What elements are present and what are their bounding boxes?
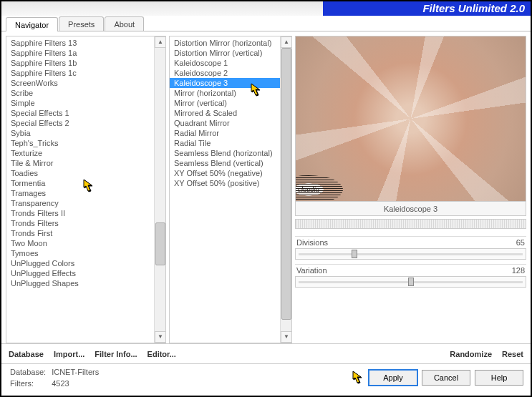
list-item[interactable]: Sapphire Filters 1b xyxy=(6,58,154,68)
list-item[interactable]: Kaleidoscope 1 xyxy=(170,58,280,68)
list-item[interactable]: Kaleidoscope 3 xyxy=(170,78,280,88)
list-item[interactable]: Tramages xyxy=(6,188,154,198)
list-item[interactable]: Sapphire Filters 1c xyxy=(6,68,154,78)
list-item[interactable]: Mirror (horizontal) xyxy=(170,88,280,98)
list-item[interactable]: Tile & Mirror xyxy=(6,158,154,168)
help-button[interactable]: Help xyxy=(475,370,523,386)
pointer-cursor-icon xyxy=(349,370,367,386)
tab-presets[interactable]: Presets xyxy=(59,16,104,31)
filter-list[interactable]: Distortion Mirror (horizontal)Distortion… xyxy=(169,36,292,343)
list-item[interactable]: Seamless Blend (vertical) xyxy=(170,158,280,168)
list-item[interactable]: Tronds First xyxy=(6,228,154,238)
list-item[interactable]: UnPlugged Effects xyxy=(6,268,154,278)
preview-image: claudia xyxy=(295,36,526,202)
import-button[interactable]: Import... xyxy=(54,350,84,358)
list-item[interactable]: Special Effects 1 xyxy=(6,108,154,118)
param-value: 128 xyxy=(512,266,525,275)
list-item[interactable]: Mirrored & Scaled xyxy=(170,108,280,118)
watermark: claudia xyxy=(295,175,343,202)
list-item[interactable]: Scribe xyxy=(6,88,154,98)
preview-scrubber[interactable] xyxy=(295,219,526,229)
list-item[interactable]: Special Effects 2 xyxy=(6,118,154,128)
list-item[interactable]: Distortion Mirror (vertical) xyxy=(170,48,280,58)
title-bar: Filters Unlimited 2.0 xyxy=(1,1,531,16)
list-item[interactable]: Seamless Blend (horizontal) xyxy=(170,148,280,158)
list-item[interactable]: Tormentia xyxy=(6,178,154,188)
reset-button[interactable]: Reset xyxy=(502,350,523,358)
apply-button[interactable]: Apply xyxy=(369,370,417,386)
list-item[interactable]: Tymoes xyxy=(6,248,154,258)
list-item[interactable]: XY Offset 50% (positive) xyxy=(170,178,280,188)
list-item[interactable]: Kaleidoscope 2 xyxy=(170,68,280,78)
status-info: Database:ICNET-Filters Filters:4523 xyxy=(9,366,105,390)
tab-strip: Navigator Presets About xyxy=(1,16,531,31)
cancel-button[interactable]: Cancel xyxy=(422,370,470,386)
scrollbar[interactable]: ▲ ▼ xyxy=(154,36,165,343)
param-label: Divisions xyxy=(296,238,328,247)
list-item[interactable]: UnPlugged Colors xyxy=(6,258,154,268)
list-item[interactable]: Teph's_Tricks xyxy=(6,138,154,148)
scroll-up-icon[interactable]: ▲ xyxy=(281,36,292,48)
list-item[interactable]: UnPlugged Shapes xyxy=(6,278,154,288)
tab-about[interactable]: About xyxy=(105,16,144,31)
list-item[interactable]: Quadrant Mirror xyxy=(170,118,280,128)
list-item[interactable]: Sapphire Filters 1a xyxy=(6,48,154,58)
list-item[interactable]: Transparency xyxy=(6,198,154,208)
app-title: Filters Unlimited 2.0 xyxy=(323,1,531,16)
param-row: Variation128 xyxy=(295,264,526,275)
scroll-thumb[interactable] xyxy=(155,222,165,265)
category-list[interactable]: Sapphire Filters 13Sapphire Filters 1aSa… xyxy=(6,36,166,343)
list-item[interactable]: ScreenWorks xyxy=(6,78,154,88)
list-item[interactable]: Sybia xyxy=(6,128,154,138)
scroll-down-icon[interactable]: ▼ xyxy=(281,331,292,343)
randomize-button[interactable]: Randomize xyxy=(450,350,492,358)
preview-panel: claudia Kaleidoscope 3 Divisions65Variat… xyxy=(295,36,526,343)
editor-button[interactable]: Editor... xyxy=(147,350,176,358)
list-item[interactable]: XY Offset 50% (negative) xyxy=(170,168,280,178)
list-item[interactable]: Distortion Mirror (horizontal) xyxy=(170,38,280,48)
tab-navigator[interactable]: Navigator xyxy=(6,17,58,31)
param-slider[interactable] xyxy=(295,248,526,260)
filter-info-button[interactable]: Filter Info... xyxy=(95,350,137,358)
list-item[interactable]: Texturize xyxy=(6,148,154,158)
list-item[interactable]: Toadies xyxy=(6,168,154,178)
param-value: 65 xyxy=(516,238,525,247)
list-item[interactable]: Two Moon xyxy=(6,238,154,248)
footer: Database:ICNET-Filters Filters:4523 Appl… xyxy=(1,363,531,393)
list-item[interactable]: Mirror (vertical) xyxy=(170,98,280,108)
scroll-up-icon[interactable]: ▲ xyxy=(155,36,166,48)
scroll-thumb[interactable] xyxy=(281,48,291,320)
toolbar-row: Database Import... Filter Info... Editor… xyxy=(1,343,531,363)
param-slider[interactable] xyxy=(295,276,526,288)
scrollbar[interactable]: ▲ ▼ xyxy=(280,36,291,343)
selected-filter-name: Kaleidoscope 3 xyxy=(295,202,526,216)
param-label: Variation xyxy=(296,266,327,275)
list-item[interactable]: Tronds Filters xyxy=(6,218,154,228)
list-item[interactable]: Sapphire Filters 13 xyxy=(6,38,154,48)
list-item[interactable]: Tronds Filters II xyxy=(6,208,154,218)
database-button[interactable]: Database xyxy=(9,350,44,358)
list-item[interactable]: Radial Mirror xyxy=(170,128,280,138)
list-item[interactable]: Radial Tile xyxy=(170,138,280,148)
scroll-down-icon[interactable]: ▼ xyxy=(155,331,166,343)
param-row: Divisions65 xyxy=(295,236,526,247)
list-item[interactable]: Simple xyxy=(6,98,154,108)
